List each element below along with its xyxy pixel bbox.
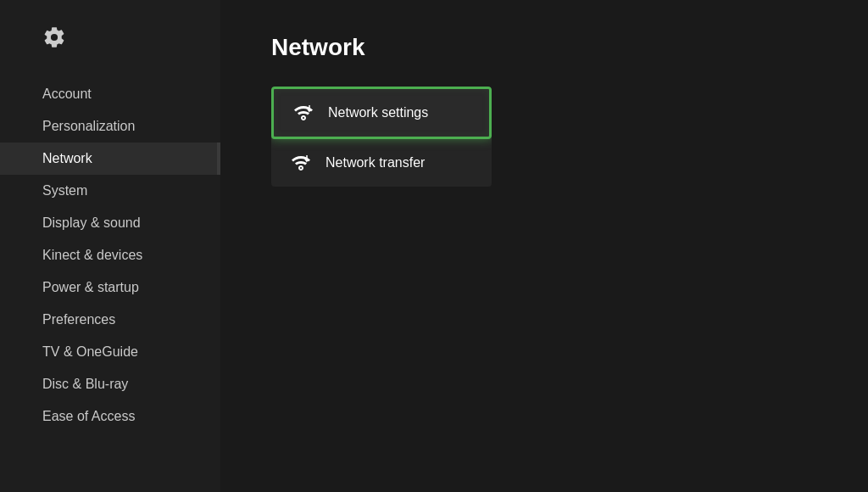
sidebar-navigation: Account Personalization Network System D… bbox=[0, 78, 220, 433]
sidebar-item-preferences[interactable]: Preferences bbox=[0, 304, 220, 336]
sidebar-item-network[interactable]: Network bbox=[0, 143, 220, 175]
sidebar-item-label: Network bbox=[42, 151, 92, 165]
sidebar-item-ease-access[interactable]: Ease of Access bbox=[0, 400, 220, 433]
sidebar-item-label: Preferences bbox=[42, 312, 115, 327]
network-transfer-label: Network transfer bbox=[326, 155, 425, 171]
sidebar-item-label: Power & startup bbox=[42, 280, 139, 294]
wifi-settings-icon bbox=[291, 104, 316, 121]
sidebar-item-label: TV & OneGuide bbox=[42, 344, 138, 359]
sidebar-item-power-startup[interactable]: Power & startup bbox=[0, 271, 220, 304]
sidebar-item-disc-bluray[interactable]: Disc & Blu-ray bbox=[0, 368, 220, 400]
sidebar-item-system[interactable]: System bbox=[0, 175, 220, 207]
network-settings-item[interactable]: Network settings bbox=[271, 87, 492, 139]
sidebar-item-display-sound[interactable]: Display & sound bbox=[0, 207, 220, 239]
network-menu: Network settings Network transfer bbox=[271, 87, 492, 187]
sidebar-item-label: Personalization bbox=[42, 119, 135, 133]
page-title: Network bbox=[271, 34, 817, 61]
sidebar-item-kinect-devices[interactable]: Kinect & devices bbox=[0, 239, 220, 271]
sidebar-item-label: Account bbox=[42, 87, 92, 101]
sidebar-item-label: Display & sound bbox=[42, 215, 141, 230]
sidebar-item-personalization[interactable]: Personalization bbox=[0, 110, 220, 143]
sidebar-item-account[interactable]: Account bbox=[0, 78, 220, 110]
sidebar-item-label: Kinect & devices bbox=[42, 248, 142, 262]
network-transfer-item[interactable]: Network transfer bbox=[271, 139, 492, 187]
main-content: Network Network settings bbox=[220, 0, 868, 492]
settings-gear-icon bbox=[0, 25, 220, 78]
sidebar-item-label: Ease of Access bbox=[42, 409, 135, 423]
sidebar-item-label: System bbox=[42, 183, 87, 198]
sidebar: Account Personalization Network System D… bbox=[0, 0, 220, 492]
wifi-transfer-icon bbox=[288, 154, 314, 171]
sidebar-item-tv-oneguide[interactable]: TV & OneGuide bbox=[0, 336, 220, 368]
sidebar-item-label: Disc & Blu-ray bbox=[42, 377, 128, 391]
network-settings-label: Network settings bbox=[328, 105, 428, 120]
